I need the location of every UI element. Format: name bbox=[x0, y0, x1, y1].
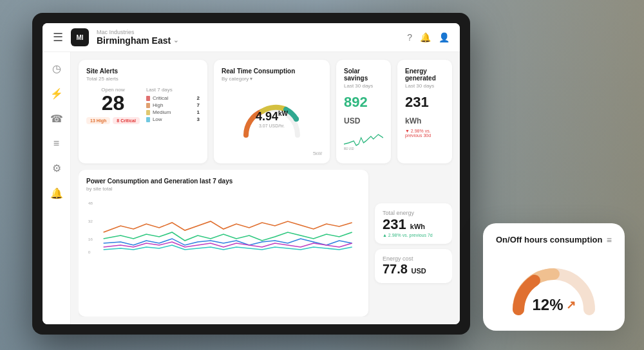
alerts-open: Open now 28 13 High 8 Critical bbox=[86, 87, 140, 124]
critical-dot bbox=[146, 96, 150, 101]
solar-card: Solar savings Last 30 days 892 USD 892 U… bbox=[336, 60, 391, 163]
menu-button[interactable]: ☰ bbox=[53, 30, 63, 44]
sidebar-power-icon[interactable]: ⚡ bbox=[50, 88, 63, 100]
gauge-rate: 3.07 USD/hr. bbox=[256, 124, 288, 128]
energy-gen-value: 231 kWh bbox=[405, 94, 444, 127]
alerts-title: Site Alerts bbox=[86, 68, 200, 75]
energy-cost-value: 77.8 USD bbox=[383, 262, 444, 277]
onoff-title: On/Off hours consumption bbox=[496, 235, 602, 246]
site-name[interactable]: Birmingham East ⌄ bbox=[97, 35, 399, 46]
sidebar-settings-icon[interactable]: ⚙ bbox=[52, 162, 61, 174]
alert-critical-row: Critical 2 bbox=[146, 95, 200, 101]
donut-center: 12% ↗ bbox=[532, 296, 575, 314]
energy-summary: Total energy 231 kWh ▲ 2.98% vs. previou… bbox=[375, 170, 452, 317]
alert-medium-row: Medium 1 bbox=[146, 109, 200, 115]
svg-text:0: 0 bbox=[88, 251, 91, 254]
badge-row: 13 High 8 Critical bbox=[86, 117, 140, 124]
top-row: Site Alerts Total 25 alerts Open now 28 … bbox=[79, 60, 452, 163]
alert-low-row: Low 3 bbox=[146, 116, 200, 122]
high-dot bbox=[146, 103, 150, 108]
total-energy-value: 231 kWh bbox=[383, 216, 444, 233]
location-dropdown[interactable]: ⌄ bbox=[173, 37, 178, 44]
power-chart-subtitle: by site total bbox=[86, 186, 361, 192]
svg-text:32: 32 bbox=[88, 220, 93, 223]
alerts-list-header: Last 7 days bbox=[146, 87, 200, 93]
power-chart-area: 48 32 16 0 bbox=[86, 197, 361, 255]
low-count: 3 bbox=[197, 116, 200, 122]
high-badge: 13 High bbox=[86, 117, 110, 124]
donut-container: 12% ↗ bbox=[496, 255, 612, 319]
header-icons: ? 🔔 👤 bbox=[407, 32, 450, 42]
energy-cost-card: Energy cost 77.8 USD bbox=[375, 249, 452, 283]
main-layout: ◷ ⚡ ☎ ≡ ⚙ 🔔 Site Alerts Total 25 alerts bbox=[43, 52, 460, 324]
monitor: ☰ MI Mac Industries Birmingham East ⌄ ? … bbox=[32, 13, 470, 335]
alerts-subtitle: Total 25 alerts bbox=[86, 76, 200, 82]
power-chart-title: Power Consumption and Generation last 7 … bbox=[86, 178, 361, 185]
sidebar: ◷ ⚡ ☎ ≡ ⚙ 🔔 bbox=[43, 52, 71, 324]
medium-label: Medium bbox=[153, 109, 171, 115]
onoff-settings-icon[interactable]: ≡ bbox=[607, 235, 612, 245]
sidebar-filter-icon[interactable]: ≡ bbox=[53, 138, 59, 149]
power-chart-card: Power Consumption and Generation last 7 … bbox=[79, 170, 368, 317]
critical-count: 2 bbox=[197, 95, 200, 101]
logo-badge: MI bbox=[71, 28, 89, 46]
sidebar-home-icon[interactable]: ◷ bbox=[52, 62, 61, 75]
high-label: High bbox=[153, 102, 163, 108]
sidebar-phone-icon[interactable]: ☎ bbox=[50, 113, 63, 125]
donut-percent: 12% ↗ bbox=[532, 296, 575, 314]
company-name: Mac Industries bbox=[97, 30, 399, 35]
high-count: 7 bbox=[197, 102, 200, 108]
low-label: Low bbox=[153, 116, 162, 122]
svg-text:892 USD: 892 USD bbox=[344, 147, 354, 151]
energy-gen-card: Energy generated Last 30 days 231 kWh ▼ … bbox=[397, 60, 452, 163]
total-energy-label: Total energy bbox=[383, 210, 444, 216]
user-icon[interactable]: 👤 bbox=[439, 32, 450, 42]
medium-dot bbox=[146, 110, 150, 115]
solar-subtitle: Last 30 days bbox=[344, 83, 383, 89]
donut-arrow: ↗ bbox=[566, 298, 576, 312]
solar-mini-chart: 892 USD Avg. savings bbox=[344, 131, 383, 151]
consumption-subtitle: By category ▾ bbox=[222, 76, 322, 82]
medium-count: 1 bbox=[197, 109, 200, 115]
total-energy-card: Total energy 231 kWh ▲ 2.98% vs. previou… bbox=[375, 203, 452, 244]
content-area: Site Alerts Total 25 alerts Open now 28 … bbox=[71, 52, 460, 324]
svg-text:16: 16 bbox=[88, 238, 93, 241]
energy-cost-label: Energy cost bbox=[383, 255, 444, 262]
gauge-max: 5kW bbox=[222, 151, 322, 156]
solar-value: 892 USD bbox=[344, 94, 383, 127]
bottom-row: Power Consumption and Generation last 7 … bbox=[79, 170, 452, 317]
header-title: Mac Industries Birmingham East ⌄ bbox=[97, 30, 399, 46]
gauge-container: 4.94kW 3.07 USD/hr. bbox=[222, 87, 322, 151]
consumption-card: Real Time Consumption By category ▾ bbox=[214, 60, 330, 163]
solar-title: Solar savings bbox=[344, 68, 383, 82]
open-count: 28 bbox=[86, 93, 140, 113]
consumption-title: Real Time Consumption bbox=[222, 68, 322, 75]
critical-label: Critical bbox=[153, 95, 168, 101]
alerts-list: Last 7 days Critical 2 High 7 bbox=[146, 87, 200, 124]
alerts-body: Open now 28 13 High 8 Critical Last 7 da… bbox=[86, 87, 200, 124]
help-icon[interactable]: ? bbox=[407, 32, 412, 42]
alerts-card: Site Alerts Total 25 alerts Open now 28 … bbox=[79, 60, 207, 163]
svg-point-0 bbox=[294, 116, 299, 122]
header: ☰ MI Mac Industries Birmingham East ⌄ ? … bbox=[43, 23, 460, 52]
energy-gen-change: ▼ 2.98% vs. previous 30d bbox=[405, 129, 444, 138]
screen: ☰ MI Mac Industries Birmingham East ⌄ ? … bbox=[43, 23, 460, 324]
floating-header: On/Off hours consumption ≡ bbox=[496, 235, 612, 246]
onoff-card: On/Off hours consumption ≡ 12% ↗ bbox=[483, 223, 625, 331]
gauge-value: 4.94kW 3.07 USD/hr. bbox=[256, 110, 288, 128]
total-energy-change: ▲ 2.98% vs. previous 7d bbox=[383, 233, 444, 237]
notification-icon[interactable]: 🔔 bbox=[420, 32, 431, 42]
energy-gen-title: Energy generated bbox=[405, 68, 444, 82]
savings-cards: Solar savings Last 30 days 892 USD 892 U… bbox=[336, 60, 452, 163]
alert-high-row: High 7 bbox=[146, 102, 200, 108]
energy-gen-subtitle: Last 30 days bbox=[405, 83, 444, 89]
svg-text:48: 48 bbox=[88, 202, 93, 205]
critical-badge: 8 Critical bbox=[113, 117, 140, 124]
sidebar-bell-icon[interactable]: 🔔 bbox=[50, 187, 63, 199]
gauge-kw: 4.94kW bbox=[256, 110, 288, 124]
low-dot bbox=[146, 117, 150, 122]
